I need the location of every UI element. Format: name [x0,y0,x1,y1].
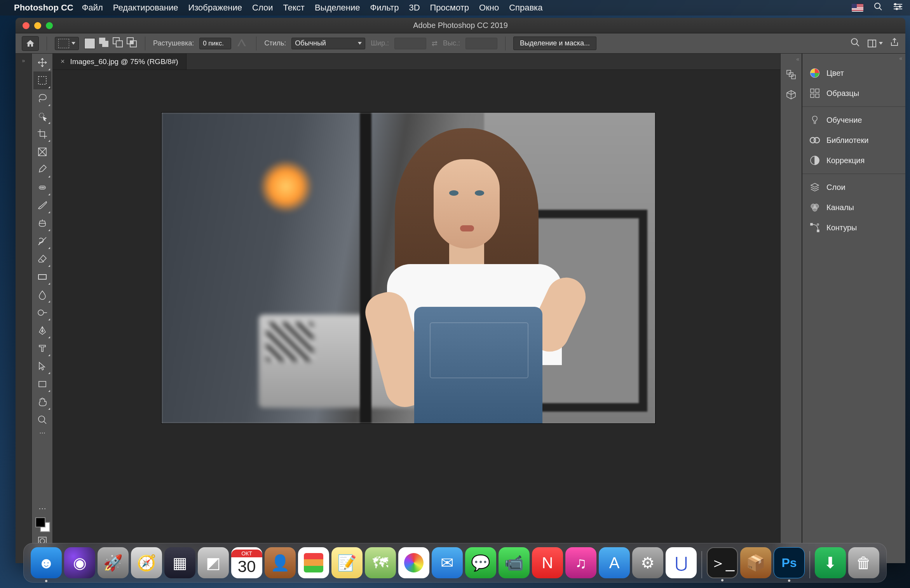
rectangle-tool[interactable] [33,375,51,393]
canvas[interactable]: REAME [162,113,655,423]
dock-photoshop[interactable]: Ps [774,547,805,578]
history-brush-tool[interactable] [33,232,51,250]
dock-messages[interactable]: 💬 [465,547,496,578]
tool-overflow[interactable]: ⋯ [33,429,51,437]
style-select[interactable]: Обычный [291,38,365,49]
dock-finder[interactable]: ☻ [31,547,62,578]
healing-tool[interactable] [33,179,51,197]
dock-app-store[interactable]: A [599,547,630,578]
app-menu[interactable]: Photoshop CC [14,3,73,13]
collapse-icon[interactable]: » [22,57,25,64]
menu-filter[interactable]: Фильтр [370,3,399,13]
menu-edit[interactable]: Редактирование [113,3,178,13]
window-close-button[interactable] [23,22,30,29]
zoom-tool[interactable] [33,411,51,429]
document-tab[interactable]: × Images_60.jpg @ 75% (RGB/8#) [53,54,187,70]
panel-learn[interactable]: Обучение [802,110,905,130]
dock-system-preferences[interactable]: ⚙ [632,547,663,578]
feather-input[interactable] [199,38,231,49]
hand-tool[interactable] [33,393,51,411]
svg-rect-53 [811,223,812,225]
tool-preset-picker[interactable] [55,37,79,50]
menu-select[interactable]: Выделение [315,3,360,13]
selection-subtract-button[interactable] [112,37,123,50]
dock-calendar[interactable]: ОКТ30 [231,547,262,578]
search-icon[interactable] [850,37,860,49]
menu-image[interactable]: Изображение [188,3,242,13]
select-and-mask-button[interactable]: Выделение и маска... [513,37,596,50]
move-tool[interactable] [33,54,51,71]
panel-libraries[interactable]: Библиотеки [802,130,905,150]
dock-siri[interactable]: ◉ [64,547,95,578]
window-titlebar[interactable]: Adobe Photoshop CC 2019 [16,18,905,33]
canvas-viewport[interactable]: REAME [53,70,780,548]
panel-swatches[interactable]: Образцы [802,83,905,103]
quick-select-tool[interactable] [33,107,51,125]
panel-color[interactable]: Цвет [802,63,905,83]
menu-help[interactable]: Справка [509,3,542,13]
panel-layers[interactable]: Слои [802,177,905,197]
lasso-tool[interactable] [33,89,51,107]
history-panel-icon[interactable] [783,66,800,83]
dock-mission-control[interactable]: ▦ [164,547,195,578]
menu-window[interactable]: Окно [479,3,499,13]
dock-archive[interactable]: 📦 [740,547,771,578]
frame-tool[interactable] [33,143,51,161]
close-tab-icon[interactable]: × [61,57,65,66]
edit-toolbar-button[interactable]: ⋯ [33,503,51,514]
selection-intersect-button[interactable] [126,37,137,50]
3d-panel-icon[interactable] [783,86,800,103]
menu-layers[interactable]: Слои [252,3,273,13]
eyedropper-tool[interactable] [33,161,51,179]
window-maximize-button[interactable] [46,22,53,29]
dock-magnet[interactable]: ⋃ [666,547,697,578]
marquee-tool[interactable] [33,71,51,89]
type-tool[interactable] [33,339,51,357]
workspace-switcher[interactable] [867,39,883,48]
dock-launchpad[interactable]: 🚀 [98,547,129,578]
panel-adjustments[interactable]: Коррекция [802,150,905,170]
dock-reminders[interactable] [298,547,329,578]
dock-photos[interactable] [398,547,429,578]
color-swatches[interactable] [35,517,50,532]
gradient-tool[interactable] [33,268,51,286]
brush-tool[interactable] [33,197,51,214]
antialias-icon[interactable] [237,38,248,49]
pen-tool[interactable] [33,322,51,339]
home-button[interactable] [22,36,39,51]
panel-channels[interactable]: Каналы [802,197,905,217]
dock-mail[interactable]: ✉ [432,547,463,578]
control-center-icon[interactable] [893,3,903,13]
dock-terminal[interactable]: ＞_ [707,547,738,578]
selection-add-button[interactable] [98,37,109,50]
path-select-tool[interactable] [33,357,51,375]
dock-news[interactable]: N [532,547,563,578]
blur-tool[interactable] [33,286,51,304]
input-source-icon[interactable] [852,4,863,12]
eraser-tool[interactable] [33,250,51,268]
expand-icon[interactable]: « [896,54,905,63]
dock-contacts[interactable]: 👤 [265,547,296,578]
menu-text[interactable]: Текст [283,3,305,13]
foreground-color[interactable] [35,517,45,527]
selection-new-button[interactable] [84,38,95,49]
dock-trash[interactable]: 🗑 [848,547,879,578]
dock-itunes[interactable]: ♫ [565,547,596,578]
dock-screenshot[interactable]: ◩ [198,547,229,578]
crop-tool[interactable] [33,125,51,143]
spotlight-icon[interactable] [873,2,883,14]
window-minimize-button[interactable] [34,22,41,29]
dock-notes[interactable]: 📝 [331,547,363,578]
share-icon[interactable] [890,38,899,49]
dodge-tool[interactable] [33,304,51,322]
menu-3d[interactable]: 3D [409,3,420,13]
dock-safari[interactable]: 🧭 [131,547,162,578]
menu-file[interactable]: Файл [82,3,103,13]
dock-facetime[interactable]: 📹 [499,547,530,578]
dock-downloads[interactable]: ⬇ [815,547,846,578]
menu-view[interactable]: Просмотр [430,3,469,13]
expand-icon[interactable]: « [796,54,799,64]
dock-maps[interactable]: 🗺 [365,547,396,578]
clone-stamp-tool[interactable] [33,214,51,232]
panel-paths[interactable]: Контуры [802,217,905,238]
